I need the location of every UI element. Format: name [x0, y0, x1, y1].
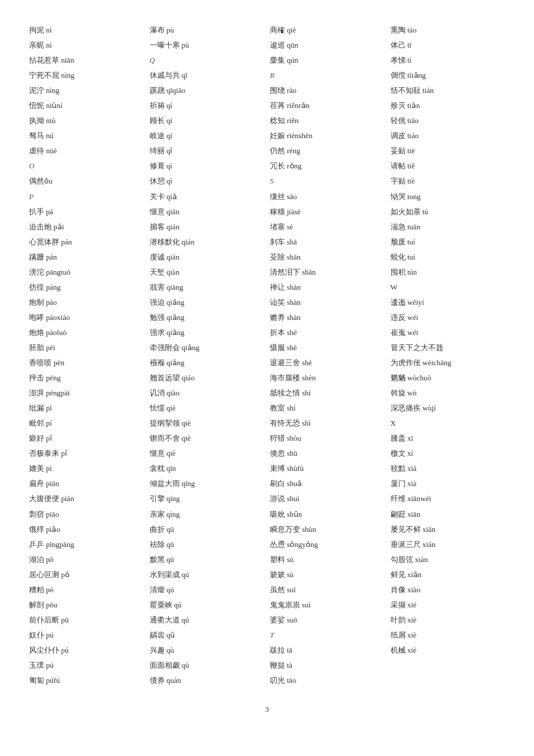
list-item: 玉璞 pú — [29, 658, 144, 672]
list-item: T — [270, 628, 385, 642]
list-item: X — [391, 416, 506, 430]
list-item: 叨光 tāo — [270, 674, 385, 687]
list-item: 肖像 xiào — [391, 583, 506, 597]
list-item: 乒乒 pīngpāng — [29, 538, 144, 552]
list-item: 水到渠成 qú — [150, 568, 265, 582]
list-item: 修葺 qì — [150, 159, 265, 173]
list-item: 堵塞 sè — [270, 220, 385, 234]
list-item: 违反 wéi — [391, 311, 506, 325]
list-item: 虐待 nüè — [29, 144, 144, 158]
list-item: 强迫 qiǎng — [150, 296, 265, 309]
list-item: 稔知 riěn — [270, 114, 385, 128]
list-item: 祈祷 qí — [150, 99, 265, 113]
list-item: 虔诚 qián — [150, 250, 265, 264]
list-item: 炮烙 páoluò — [29, 326, 144, 340]
list-item: 膝盖 xī — [391, 431, 506, 445]
list-item: 关卡 qiǎ — [150, 190, 265, 204]
list-item: 咆哮 páoxiào — [29, 311, 144, 325]
list-item: W — [391, 280, 506, 294]
list-item: 檄文 xí — [391, 447, 506, 460]
list-item: 颓废 tuí — [391, 235, 506, 249]
list-item: 调皮 tiáo — [391, 129, 506, 143]
list-item: 机械 xiè — [391, 643, 506, 657]
list-item: 采撷 xié — [391, 598, 506, 612]
list-item: 勾股弦 xián — [391, 553, 506, 567]
list-item: 彷徨 páng — [29, 280, 144, 294]
list-item: 曲折 qū — [150, 523, 265, 537]
list-item: 居心叵测 pǒ — [29, 568, 144, 582]
list-item: 鞭挞 tà — [270, 658, 385, 672]
list-item: 蹒跚 pán — [29, 250, 144, 264]
list-item: 倜傥 tìtǎng — [391, 69, 506, 82]
list-item: 天堑 qiàn — [150, 265, 265, 279]
list-item: 慑服 shè — [270, 341, 385, 355]
list-item: 媲美 pì — [29, 462, 144, 476]
list-item: 冒天下之大不韪 — [391, 341, 506, 355]
list-item: 魍魉 wòchuò — [391, 371, 506, 385]
list-item: 麇集 qún — [270, 53, 385, 67]
list-item: 垂涎三尺 xián — [391, 538, 506, 552]
list-item: 翩跹 xiān — [391, 507, 506, 521]
list-item: 牵强附会 qiǎng — [150, 341, 265, 355]
list-item: 拈花惹草 niān — [29, 53, 144, 67]
list-item: 孝悌 tì — [391, 53, 506, 67]
list-item: 偶然ǒu — [29, 174, 144, 188]
list-item: 讪笑 shàn — [270, 296, 385, 309]
list-item: 襁褓 qiǎng — [150, 356, 265, 370]
list-item: 岐途 qí — [150, 129, 265, 143]
list-item: 驽马 nú — [29, 129, 144, 143]
list-item — [391, 658, 506, 672]
list-item: 缫丝 sāo — [270, 190, 385, 204]
list-item: 潜移默化 qián — [150, 235, 265, 249]
list-item: 妊娠 riènshēn — [270, 129, 385, 143]
list-item: 舐犊之情 shì — [270, 386, 385, 400]
list-item: 一曝十寒 pù — [150, 38, 265, 52]
list-item: 休戚与共 qī — [150, 69, 265, 82]
list-item: 恬不知耻 tián — [391, 84, 506, 98]
main-content: 拘泥 nì瀑布 pù商榷 qiè熏陶 táo亲昵 nì一曝十寒 pù逡巡 qūn… — [29, 23, 505, 687]
list-item: 罂粟峡 qú — [150, 598, 265, 612]
list-item: 斡旋 wò — [391, 386, 506, 400]
list-item: 清癯 qú — [150, 583, 265, 597]
list-item: 为虎作伥 wèichāng — [391, 356, 506, 370]
list-item: 狡黠 xiá — [391, 462, 506, 476]
list-item: 怯懦 qiè — [150, 401, 265, 415]
list-item: 通衢大道 qú — [150, 613, 265, 627]
list-item: 仍然 réng — [270, 144, 385, 158]
list-item — [391, 674, 506, 687]
list-item: R — [270, 69, 385, 82]
list-item: 泥泞 nìng — [29, 84, 144, 98]
list-item: 有恃无恐 shì — [270, 416, 385, 430]
list-item: 亲昵 nì — [29, 38, 144, 52]
list-item: 糟粕 pò — [29, 583, 144, 597]
list-item: 前仆后断 pū — [29, 613, 144, 627]
list-item: 休憩 qì — [150, 174, 265, 188]
list-item: 叶韵 xiè — [391, 613, 506, 627]
list-item: 湖泊 pō — [29, 553, 144, 567]
list-item: 游说 shuì — [270, 492, 385, 506]
list-item: 海市蜃楼 shèn — [270, 371, 385, 385]
list-item: 折本 shé — [270, 326, 385, 340]
list-item: 瀑布 pù — [150, 23, 265, 37]
list-item: 狩猎 shòu — [270, 431, 385, 445]
list-item: 鬼鬼祟祟 suì — [270, 598, 385, 612]
list-item: 心宽体胖 pán — [29, 235, 144, 249]
list-item: 刹车 shā — [270, 235, 385, 249]
list-item: O — [29, 159, 144, 173]
list-item: 抨击 pēng — [29, 371, 144, 385]
list-item: 倾盆大雨 qīng — [150, 477, 265, 491]
list-item: 虽然 suī — [270, 583, 385, 597]
list-item: 债券 quàn — [150, 674, 265, 687]
list-item: 提纲挈领 qiè — [150, 416, 265, 430]
list-item: 刷白 shuǎ — [270, 477, 385, 491]
list-item: 大腹便便 pián — [29, 492, 144, 506]
list-item: 崔嵬 wéi — [391, 326, 506, 340]
list-item: 宁死不屈 nìng — [29, 69, 144, 82]
list-item: Q — [150, 53, 265, 67]
list-item: 剽窃 piāo — [29, 507, 144, 521]
list-item: 逶迤 wēiyí — [391, 296, 506, 309]
list-item: 否极泰来 pǐ — [29, 447, 144, 460]
list-item: 澎湃 péngpài — [29, 386, 144, 400]
list-item: 兴趣 qù — [150, 643, 265, 657]
list-item: 扒手 pá — [29, 205, 144, 219]
